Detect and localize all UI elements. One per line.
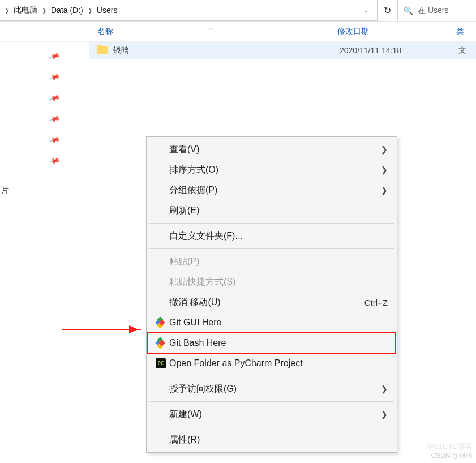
column-headers: ︿ 名称 修改日期 类: [0, 22, 476, 42]
chevron-right-icon: ❯: [381, 186, 388, 195]
menu-grant-access[interactable]: 授予访问权限(G)❯: [148, 379, 396, 399]
search-icon: 🔍: [404, 6, 413, 15]
git-icon: [156, 338, 165, 348]
pycharm-icon: PC: [156, 358, 166, 368]
breadcrumb-folder[interactable]: Users: [93, 3, 121, 17]
breadcrumb-drive[interactable]: Data (D:): [48, 3, 87, 17]
breadcrumb-pc[interactable]: 此电脑: [10, 3, 41, 18]
separator: [149, 223, 394, 224]
separator: [149, 376, 394, 376]
pin-icon[interactable]: 📌: [48, 71, 60, 83]
menu-properties[interactable]: 属性(R): [148, 430, 396, 450]
chevron-right-icon: ❯: [381, 165, 388, 174]
menu-pycharm[interactable]: PCOpen Folder as PyCharm Project: [148, 353, 396, 374]
separator: [149, 248, 394, 249]
column-modified[interactable]: 修改日期: [333, 27, 452, 37]
search-placeholder: 在 Users: [418, 6, 448, 16]
sort-caret-icon: ︿: [208, 24, 214, 32]
menu-undo[interactable]: 撤消 移动(U)Ctrl+Z: [148, 292, 396, 312]
folder-icon: [97, 46, 108, 54]
menu-sort[interactable]: 排序方式(O)❯: [148, 160, 396, 180]
chevron-right-icon: ❯: [381, 145, 388, 154]
column-type[interactable]: 类: [452, 27, 464, 37]
menu-paste-shortcut: 粘贴快捷方式(S): [148, 272, 396, 292]
file-modified: 2020/11/11 14:18: [340, 46, 458, 55]
menu-refresh[interactable]: 刷新(E): [148, 200, 396, 221]
refresh-icon: ↻: [384, 5, 391, 16]
watermark: @51CTO博客: [427, 441, 473, 452]
address-bar: ❯ 此电脑 ❯ Data (D:) ❯ Users ⌄ ↻ 🔍 在 Users: [0, 0, 476, 22]
menu-git-bash[interactable]: Git Bash Here: [148, 333, 396, 353]
git-icon: [156, 318, 165, 327]
chevron-right-icon: ❯: [3, 7, 10, 14]
sidebar-item-label[interactable]: 片: [0, 186, 9, 196]
pin-icon[interactable]: 📌: [48, 92, 60, 104]
refresh-button[interactable]: ↻: [378, 0, 398, 21]
separator: [149, 401, 394, 402]
chevron-right-icon: ❯: [41, 7, 48, 14]
file-type: 文: [458, 45, 466, 55]
search-input[interactable]: 🔍 在 Users: [398, 0, 476, 21]
menu-group[interactable]: 分组依据(P)❯: [148, 180, 396, 200]
chevron-right-icon: ❯: [87, 7, 93, 14]
menu-git-gui[interactable]: Git GUI Here: [148, 312, 396, 333]
file-name: 银晗: [113, 45, 340, 55]
pin-icon[interactable]: 📌: [48, 113, 60, 125]
column-name[interactable]: ︿ 名称: [89, 27, 333, 37]
sidebar: 📌 📌 📌 📌 📌 📌 片: [0, 42, 89, 463]
menu-new[interactable]: 新建(W)❯: [148, 404, 396, 425]
breadcrumb[interactable]: ❯ 此电脑 ❯ Data (D:) ❯ Users ⌄: [0, 0, 378, 21]
chevron-right-icon: ❯: [381, 410, 388, 419]
annotation-arrow: [62, 329, 141, 330]
pin-icon[interactable]: 📌: [48, 134, 60, 146]
chevron-right-icon: ❯: [381, 384, 388, 393]
watermark: CSDN @银晗: [431, 451, 473, 461]
pin-icon[interactable]: 📌: [48, 50, 60, 62]
table-row[interactable]: 银晗 2020/11/11 14:18 文: [89, 42, 476, 59]
context-menu: 查看(V)❯ 排序方式(O)❯ 分组依据(P)❯ 刷新(E) 自定义文件夹(F)…: [146, 136, 397, 453]
chevron-down-icon[interactable]: ⌄: [359, 5, 374, 16]
menu-paste: 粘贴(P): [148, 251, 396, 272]
menu-customize[interactable]: 自定义文件夹(F)...: [148, 226, 396, 246]
menu-view[interactable]: 查看(V)❯: [148, 139, 396, 160]
pin-icon[interactable]: 📌: [48, 155, 60, 167]
separator: [149, 427, 394, 427]
